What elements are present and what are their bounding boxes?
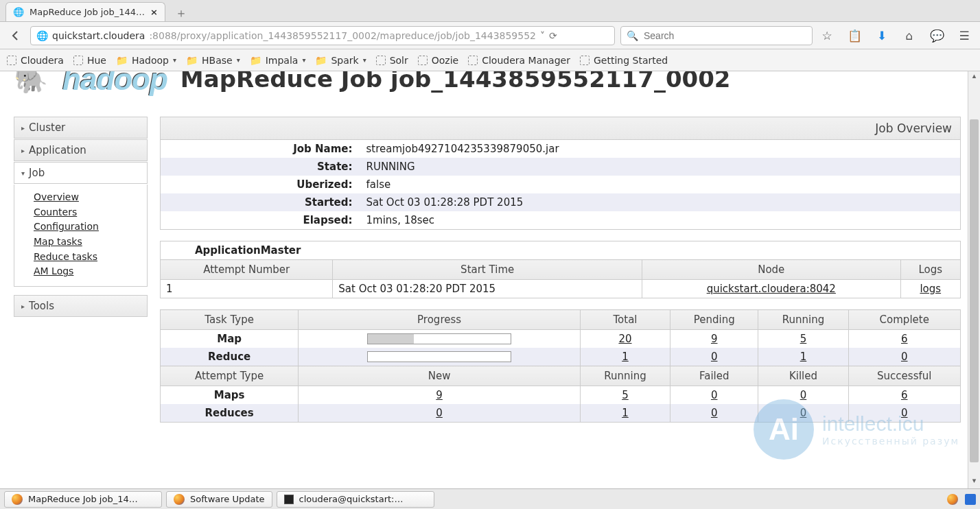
triangle-down-icon: ▾ xyxy=(21,169,25,177)
terminal-icon xyxy=(284,495,294,504)
bm-oozie[interactable]: Oozie xyxy=(418,55,458,66)
dropdown-history-icon[interactable]: ˅ xyxy=(540,30,545,41)
sidebar-section-cluster[interactable]: ▸Cluster xyxy=(14,117,148,139)
bookmark-generic-icon xyxy=(7,56,16,65)
browser-tab-active[interactable]: 🌐 MapReduce Job job_144… × xyxy=(5,2,165,21)
reduce-total-link[interactable]: 1 xyxy=(622,351,629,363)
bm-cloudera[interactable]: Cloudera xyxy=(7,55,64,66)
row-reduce-label: Reduce xyxy=(161,348,299,366)
maps-successful-link[interactable]: 6 xyxy=(901,389,908,401)
am-node-link[interactable]: quickstart.cloudera:8042 xyxy=(707,283,836,295)
tray-app-icon[interactable] xyxy=(965,494,976,505)
reduces-new-link[interactable]: 0 xyxy=(436,407,443,419)
home-icon[interactable]: ⌂ xyxy=(900,27,918,45)
downloads-icon[interactable]: ⬇ xyxy=(873,27,891,45)
bm-hue[interactable]: Hue xyxy=(73,55,106,66)
chevron-down-icon: ▾ xyxy=(302,56,305,64)
map-progress-bar xyxy=(367,333,511,344)
triangle-right-icon: ▸ xyxy=(21,303,25,310)
th: Progress xyxy=(299,310,581,330)
th: Task Type xyxy=(161,310,299,330)
th: Complete xyxy=(848,310,960,330)
reduces-killed-link[interactable]: 0 xyxy=(800,407,807,419)
taskbar-app-terminal[interactable]: cloudera@quickstart:… xyxy=(277,491,434,508)
link-configuration[interactable]: Configuration xyxy=(34,220,140,235)
clipboard-icon[interactable]: 📋 xyxy=(845,27,863,45)
maps-killed-link[interactable]: 0 xyxy=(800,389,807,401)
url-path: :8088/proxy/application_1443859552117_00… xyxy=(149,30,536,41)
kv-key: Started: xyxy=(161,193,360,211)
folder-icon: 📁 xyxy=(186,55,198,66)
bm-spark[interactable]: 📁Spark▾ xyxy=(315,55,366,66)
bookmark-star-icon[interactable]: ☆ xyxy=(818,27,836,45)
scroll-down-icon[interactable]: ▾ xyxy=(968,476,980,488)
link-overview[interactable]: Overview xyxy=(34,190,140,205)
th: New xyxy=(299,366,581,386)
kv-val: Sat Oct 03 01:28:28 PDT 2015 xyxy=(360,193,961,211)
th: Start Time xyxy=(333,260,642,280)
sidebar-section-tools[interactable]: ▸Tools xyxy=(14,295,148,317)
firefox-tray-icon[interactable] xyxy=(947,494,958,505)
bm-cloudera-manager[interactable]: Cloudera Manager xyxy=(468,55,570,66)
bm-solr[interactable]: Solr xyxy=(376,55,408,66)
map-complete-link[interactable]: 6 xyxy=(901,333,908,345)
search-icon: 🔍 xyxy=(627,30,638,41)
link-map-tasks[interactable]: Map tasks xyxy=(34,235,140,250)
scroll-up-icon[interactable]: ▴ xyxy=(968,71,980,84)
back-button[interactable] xyxy=(7,27,25,45)
task-summary-table: Task Type Progress Total Pending Running… xyxy=(160,309,961,423)
reduces-running-link[interactable]: 1 xyxy=(622,407,629,419)
bm-getting-started[interactable]: Getting Started xyxy=(580,55,668,66)
reduce-complete-link[interactable]: 0 xyxy=(901,351,908,363)
bookmark-generic-icon xyxy=(376,56,386,65)
sidebar-section-application[interactable]: ▸Application xyxy=(14,139,148,161)
th: Running xyxy=(758,310,848,330)
reduce-pending-link[interactable]: 0 xyxy=(711,351,718,363)
th: Logs xyxy=(900,260,960,280)
th: Total xyxy=(580,310,670,330)
url-bar[interactable]: 🌐 quickstart.cloudera :8088/proxy/applic… xyxy=(30,26,615,45)
th: Pending xyxy=(670,310,758,330)
bm-hbase[interactable]: 📁HBase▾ xyxy=(186,55,240,66)
search-box[interactable]: 🔍 xyxy=(620,26,813,45)
bookmarks-toolbar: Cloudera Hue 📁Hadoop▾ 📁HBase▾ 📁Impala▾ 📁… xyxy=(0,49,980,71)
reduces-failed-link[interactable]: 0 xyxy=(711,407,718,419)
vertical-scrollbar[interactable]: ▴ ▾ xyxy=(968,71,980,488)
map-total-link[interactable]: 20 xyxy=(618,333,631,345)
maps-new-link[interactable]: 9 xyxy=(436,389,443,401)
chat-icon[interactable]: 💬 xyxy=(928,27,946,45)
link-counters[interactable]: Counters xyxy=(34,205,140,220)
reload-icon[interactable]: ⟳ xyxy=(549,30,557,41)
map-pending-link[interactable]: 9 xyxy=(711,333,718,345)
chevron-down-icon: ▾ xyxy=(173,56,176,64)
sidebar-section-job[interactable]: ▾Job xyxy=(14,162,148,184)
bm-hadoop[interactable]: 📁Hadoop▾ xyxy=(116,55,176,66)
job-overview-heading: Job Overview xyxy=(160,117,961,140)
th: Attempt Type xyxy=(161,366,299,386)
am-logs-link[interactable]: logs xyxy=(920,283,941,295)
maps-running-link[interactable]: 5 xyxy=(622,389,629,401)
taskbar-app-updater[interactable]: Software Update xyxy=(166,491,272,508)
page-title: MapReduce Job job_1443859552117_0002 xyxy=(180,71,731,93)
content-viewport: 🐘 hadoop MapReduce Job job_1443859552117… xyxy=(0,71,980,488)
search-input[interactable] xyxy=(642,29,806,42)
url-host: quickstart.cloudera xyxy=(52,30,145,41)
scroll-thumb[interactable] xyxy=(970,119,979,462)
map-running-link[interactable]: 5 xyxy=(800,333,807,345)
reduces-successful-link[interactable]: 0 xyxy=(901,407,908,419)
taskbar-app-firefox[interactable]: MapReduce Job job_14… xyxy=(4,491,162,508)
menu-icon[interactable]: ☰ xyxy=(955,27,973,45)
th: Failed xyxy=(670,366,758,386)
link-reduce-tasks[interactable]: Reduce tasks xyxy=(34,250,140,265)
main-panel: Job Overview Job Name:streamjob492710423… xyxy=(160,117,961,423)
bm-impala[interactable]: 📁Impala▾ xyxy=(250,55,306,66)
maps-failed-link[interactable]: 0 xyxy=(711,389,718,401)
link-am-logs[interactable]: AM Logs xyxy=(34,264,140,279)
nav-bar: 🌐 quickstart.cloudera :8088/proxy/applic… xyxy=(0,22,980,49)
new-tab-button[interactable]: ＋ xyxy=(171,5,191,21)
am-start: Sat Oct 03 01:28:20 PDT 2015 xyxy=(333,280,642,298)
reduce-running-link[interactable]: 1 xyxy=(800,351,807,363)
reduce-progress-bar xyxy=(367,351,511,362)
kv-val: RUNNING xyxy=(360,158,961,176)
close-icon[interactable]: × xyxy=(150,7,158,17)
